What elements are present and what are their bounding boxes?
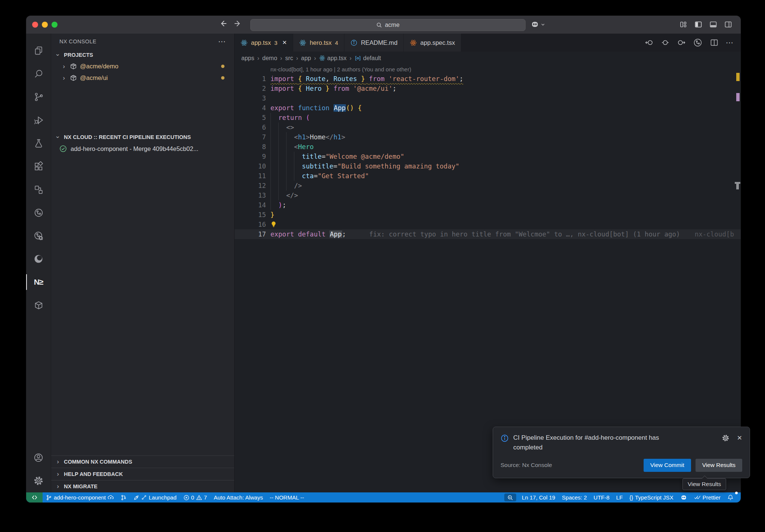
formatter-status[interactable]: Prettier (691, 492, 724, 502)
chevron-right-icon: › (61, 75, 67, 81)
code-line-6[interactable]: 6 <> (235, 123, 741, 132)
toggle-primary-sidebar-icon[interactable] (694, 20, 703, 29)
git-branch-status[interactable]: add-hero-component (43, 492, 117, 502)
toggle-secondary-sidebar-icon[interactable] (724, 20, 733, 29)
indentation-status[interactable]: Spaces: 2 (558, 492, 590, 502)
code-line-9[interactable]: 9 title="Welcome @acme/demo" (235, 152, 741, 161)
code-line-13[interactable]: 13 </> (235, 191, 741, 200)
line-number: 1 (235, 74, 266, 84)
section-projects[interactable]: › PROJECTS (51, 49, 234, 61)
chevron-right-icon: › (296, 55, 298, 62)
remote-explorer-icon[interactable] (26, 201, 51, 224)
notifications-bell[interactable] (724, 492, 737, 502)
code-line-10[interactable]: 10 subtitle="Build something amazing tod… (235, 161, 741, 171)
chevron-right-icon: › (55, 459, 61, 465)
next-change-icon[interactable] (677, 38, 686, 47)
notification-close-icon[interactable]: ✕ (737, 434, 742, 442)
maximize-window-button[interactable] (52, 22, 58, 28)
tab-readme-md[interactable]: README.md (344, 34, 404, 52)
testing-icon[interactable] (26, 132, 51, 155)
copilot-status[interactable] (677, 492, 691, 502)
bell-icon (727, 494, 734, 501)
containers-icon[interactable] (26, 294, 51, 317)
command-center-search[interactable]: acme (250, 19, 526, 31)
cursor-position-status[interactable]: Ln 17, Col 19 (518, 492, 558, 502)
customize-layout-icon[interactable] (679, 20, 688, 29)
notification-settings-gear-icon[interactable] (722, 434, 730, 442)
explorer-icon[interactable] (26, 39, 51, 62)
split-editor-icon[interactable] (710, 38, 719, 47)
code-line-1[interactable]: 1import { Route, Routes } from 'react-ro… (235, 74, 741, 84)
run-debug-icon[interactable] (26, 108, 51, 132)
auto-attach-status[interactable]: Auto Attach: Always (210, 492, 266, 502)
tab-app-tsx[interactable]: app.tsx 3 ✕ (235, 34, 293, 52)
pipeline-execution-item[interactable]: add-hero-component - Merge 409b44e5cb02.… (51, 143, 234, 155)
code-line-2[interactable]: 2import { Hero } from '@acme/ui'; (235, 84, 741, 93)
settings-gear-icon[interactable] (26, 469, 51, 492)
current-change-icon[interactable] (661, 38, 670, 47)
code-line-17[interactable]: 17nx-cloud[bexport default App;fix: corr… (235, 229, 741, 239)
commit-graph-status[interactable] (117, 492, 130, 502)
blame-overflow-text: nx-cloud[b (695, 229, 734, 239)
code-line-3[interactable]: 3 (235, 93, 741, 103)
source-control-icon[interactable] (26, 85, 51, 108)
section-nx-cloud[interactable]: › NX CLOUD :: RECENT CI PIPELINE EXECUTI… (51, 132, 234, 143)
code-line-8[interactable]: 8 <Hero (235, 142, 741, 152)
section-label: HELP AND FEEDBACK (64, 471, 123, 477)
breadcrumb-item[interactable]: demo (262, 55, 277, 62)
view-results-button[interactable]: View Results (696, 459, 742, 472)
edge-browser-icon[interactable] (26, 247, 51, 270)
breadcrumb-item[interactable]: app (301, 55, 311, 62)
eol-status[interactable]: LF (613, 492, 626, 502)
gitlens-icon[interactable] (26, 224, 51, 247)
close-tab-icon[interactable]: ✕ (282, 39, 287, 46)
more-actions-icon[interactable]: ⋯ (726, 38, 733, 47)
code-line-15[interactable]: 15} (235, 210, 741, 220)
commit-graph-icon[interactable] (693, 38, 703, 47)
lightbulb-icon[interactable] (270, 221, 277, 228)
navigate-forward-icon[interactable] (234, 19, 242, 28)
view-commit-button[interactable]: View Commit (644, 459, 691, 472)
zoom-status[interactable] (504, 494, 516, 501)
code-line-4[interactable]: 4export function App() { (235, 103, 741, 113)
code-line-11[interactable]: 11 cta="Get Started" (235, 171, 741, 181)
code-line-7[interactable]: 7 <h1>Home</h1> (235, 132, 741, 142)
breadcrumb-item[interactable]: apps (241, 55, 254, 62)
prev-change-icon[interactable] (645, 38, 654, 47)
vim-mode-status[interactable]: -- NORMAL -- (266, 492, 307, 502)
line-number: 12 (235, 181, 266, 191)
breadcrumb-item[interactable]: src (285, 55, 293, 62)
code-line-16[interactable]: 16 (235, 220, 741, 229)
problems-status[interactable]: 0 7 (180, 492, 211, 502)
project-item-acme-ui[interactable]: › @acme/ui (51, 72, 234, 84)
toggle-panel-icon[interactable] (709, 20, 718, 29)
copilot-menu[interactable] (530, 20, 545, 29)
project-item-acme-demo[interactable]: › @acme/demo (51, 61, 234, 72)
remote-indicator[interactable] (26, 492, 43, 502)
launchpad-status[interactable]: Launchpad (130, 492, 180, 502)
search-value: acme (385, 22, 399, 28)
package-icon (70, 63, 77, 70)
code-line-14[interactable]: 14 ); (235, 200, 741, 210)
minimize-window-button[interactable] (42, 22, 48, 28)
code-line-5[interactable]: 5 return ( (235, 113, 741, 123)
tab-app-spec-tsx[interactable]: app.spec.tsx (404, 34, 461, 52)
section-common-nx-commands[interactable]: › COMMON NX COMMANDS (51, 455, 234, 468)
section-nx-migrate[interactable]: › NX MIGRATE (51, 480, 234, 492)
nx-console-icon[interactable]: N≥ (26, 270, 51, 294)
breadcrumb-item-file[interactable]: app.tsx (319, 55, 347, 62)
section-help-and-feedback[interactable]: › HELP AND FEEDBACK (51, 468, 234, 480)
navigate-back-icon[interactable] (219, 19, 227, 28)
close-window-button[interactable] (32, 22, 38, 28)
search-sidebar-icon[interactable] (26, 62, 51, 85)
tab-hero-tsx[interactable]: hero.tsx 4 (293, 34, 344, 52)
language-mode-status[interactable]: {} TypeScript JSX (626, 492, 677, 502)
breadcrumb-item-symbol[interactable]: default (354, 55, 381, 62)
references-icon[interactable] (26, 178, 51, 201)
account-icon[interactable] (26, 446, 51, 469)
more-actions-icon[interactable]: ⋯ (218, 37, 226, 46)
encoding-status[interactable]: UTF-8 (590, 492, 613, 502)
extensions-icon[interactable] (26, 155, 51, 178)
code-line-12[interactable]: 12 /> (235, 181, 741, 191)
error-icon (183, 495, 189, 501)
